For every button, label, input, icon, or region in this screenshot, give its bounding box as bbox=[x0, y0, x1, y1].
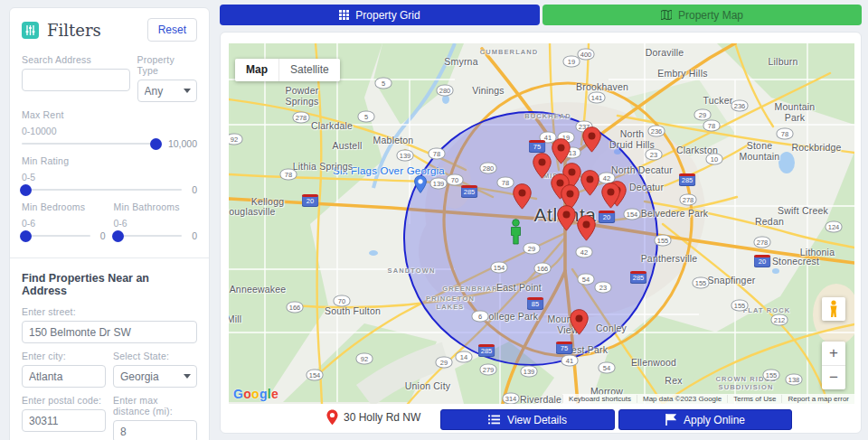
map-label: Lithia Springs bbox=[293, 161, 353, 172]
view-details-label: View Details bbox=[507, 414, 567, 426]
property-marker[interactable] bbox=[513, 183, 532, 213]
property-marker[interactable] bbox=[570, 309, 589, 339]
map-label: Powder Springs bbox=[285, 85, 318, 107]
apply-online-button[interactable]: Apply Online bbox=[618, 409, 792, 430]
route-shield: 41 bbox=[561, 355, 579, 367]
route-shield: 139 bbox=[521, 366, 538, 378]
map-canvas[interactable]: CUMBERLANDBUCKHEADMIDTOWNSANDTOWNGREENBR… bbox=[229, 43, 854, 404]
property-marker[interactable] bbox=[577, 215, 596, 245]
min-rating-slider[interactable] bbox=[22, 189, 182, 191]
min-bathrooms-thumb[interactable] bbox=[112, 230, 124, 242]
tab-property-grid-label: Property Grid bbox=[355, 9, 420, 22]
min-bedrooms-thumb[interactable] bbox=[20, 230, 32, 242]
property-marker[interactable] bbox=[601, 183, 620, 212]
route-shield: 78 bbox=[777, 128, 794, 140]
map-attribution: Keyboard shortcuts Map data ©2023 Google… bbox=[562, 394, 854, 404]
route-shield: 279 bbox=[480, 364, 497, 376]
map-label: Embry Hills bbox=[657, 68, 707, 79]
route-shield: 236 bbox=[648, 126, 665, 137]
route-shield: 166 bbox=[287, 302, 304, 314]
map-label: Rockbridge bbox=[791, 142, 841, 153]
map-label: Mableton bbox=[373, 135, 414, 145]
flag-icon bbox=[665, 414, 676, 426]
google-logo: Google bbox=[233, 387, 278, 401]
pegman-marker[interactable] bbox=[508, 219, 524, 248]
route-shield: 78 bbox=[497, 177, 514, 189]
tab-property-grid[interactable]: Property Grid bbox=[220, 5, 540, 25]
min-bathrooms-label: Min Bathrooms bbox=[114, 201, 198, 212]
route-shield: 42 bbox=[576, 247, 593, 258]
route-shield: 92 bbox=[229, 134, 243, 145]
interstate-shield: 20 bbox=[599, 211, 616, 223]
map-label: Snapfinger bbox=[708, 275, 756, 286]
reset-button[interactable]: Reset bbox=[147, 18, 197, 42]
poi-marker[interactable] bbox=[414, 175, 427, 197]
zoom-out-button[interactable]: − bbox=[822, 366, 845, 389]
search-address-input[interactable] bbox=[22, 69, 130, 91]
postal-label: Enter postal code: bbox=[22, 395, 106, 406]
map-type-satellite-button[interactable]: Satellite bbox=[278, 59, 340, 81]
interstate-shield: 20 bbox=[302, 194, 319, 207]
map-label: Doraville bbox=[646, 47, 684, 58]
selected-address: 30 Holly Rd NW bbox=[326, 409, 420, 426]
filters-title: Filters bbox=[47, 21, 147, 40]
min-bedrooms-value: 0 bbox=[97, 230, 106, 241]
tab-property-map[interactable]: Property Map bbox=[542, 5, 862, 25]
interstate-shield: 20 bbox=[754, 255, 771, 267]
route-shield: 124 bbox=[826, 221, 843, 233]
map-label: Tucker bbox=[703, 95, 733, 106]
distance-label: Enter max distance (mi): bbox=[113, 395, 197, 417]
property-marker[interactable] bbox=[580, 170, 599, 200]
max-rent-label: Max Rent bbox=[22, 109, 197, 120]
grid-icon bbox=[339, 10, 349, 20]
min-bedrooms-slider[interactable] bbox=[22, 235, 90, 237]
terms-of-use-link[interactable]: Terms of Use bbox=[727, 395, 781, 403]
postal-input[interactable] bbox=[22, 409, 106, 432]
property-type-label: Property Type bbox=[137, 54, 197, 76]
view-details-button[interactable]: View Details bbox=[440, 409, 615, 430]
pegman-control[interactable] bbox=[822, 297, 845, 321]
zoom-in-button[interactable]: + bbox=[822, 342, 845, 366]
state-select[interactable] bbox=[113, 365, 197, 388]
route-shield: 29 bbox=[694, 109, 712, 121]
route-shield: 400 bbox=[578, 49, 595, 61]
map-label: GREENBRIAR bbox=[442, 286, 497, 294]
city-input[interactable] bbox=[22, 365, 106, 388]
route-shield: 138 bbox=[786, 374, 803, 386]
property-marker[interactable] bbox=[557, 205, 576, 235]
report-map-error-link[interactable]: Report a map error bbox=[781, 395, 854, 403]
max-rent-thumb[interactable] bbox=[150, 138, 162, 150]
interstate-shield: 285 bbox=[630, 271, 647, 284]
distance-input[interactable] bbox=[113, 420, 197, 440]
route-shield: 314 bbox=[503, 393, 520, 405]
map-label: College Park bbox=[482, 311, 539, 322]
route-shield: 278 bbox=[754, 237, 771, 248]
interstate-shield: 85 bbox=[527, 297, 544, 310]
interstate-shield: 285 bbox=[478, 344, 495, 357]
route-shield: 23 bbox=[646, 149, 663, 161]
filters-sidebar: Filters Reset Search Address Property Ty… bbox=[9, 7, 210, 440]
street-label: Enter street: bbox=[22, 306, 197, 317]
route-shield: 141 bbox=[589, 92, 606, 104]
min-rating-label: Min Rating bbox=[22, 155, 197, 166]
map-annotations: CUMBERLANDBUCKHEADMIDTOWNSANDTOWNGREENBR… bbox=[229, 43, 854, 404]
min-bathrooms-slider[interactable] bbox=[114, 235, 183, 237]
property-marker[interactable] bbox=[533, 153, 552, 183]
map-type-map-button[interactable]: Map bbox=[235, 59, 278, 81]
interstate-shield: 285 bbox=[679, 173, 696, 186]
route-shield: 70 bbox=[334, 295, 351, 307]
property-type-select[interactable] bbox=[137, 80, 197, 102]
max-rent-slider[interactable] bbox=[22, 143, 160, 145]
state-label: Select State: bbox=[113, 351, 197, 361]
map-label: Stone Mountain bbox=[740, 140, 780, 162]
property-marker[interactable] bbox=[582, 126, 601, 156]
street-input[interactable] bbox=[22, 321, 197, 343]
map-label: Belvedere Park bbox=[641, 208, 709, 219]
min-rating-thumb[interactable] bbox=[20, 184, 32, 196]
map-label: Mountain Park bbox=[765, 101, 825, 123]
keyboard-shortcuts-link[interactable]: Keyboard shortcuts bbox=[562, 395, 637, 403]
near-address-section: Find Properties Near an Address Enter st… bbox=[10, 257, 209, 440]
map-label: East Point bbox=[496, 282, 542, 293]
map-label: Lilburn bbox=[769, 56, 798, 67]
interstate-shield: 75 bbox=[529, 140, 546, 153]
